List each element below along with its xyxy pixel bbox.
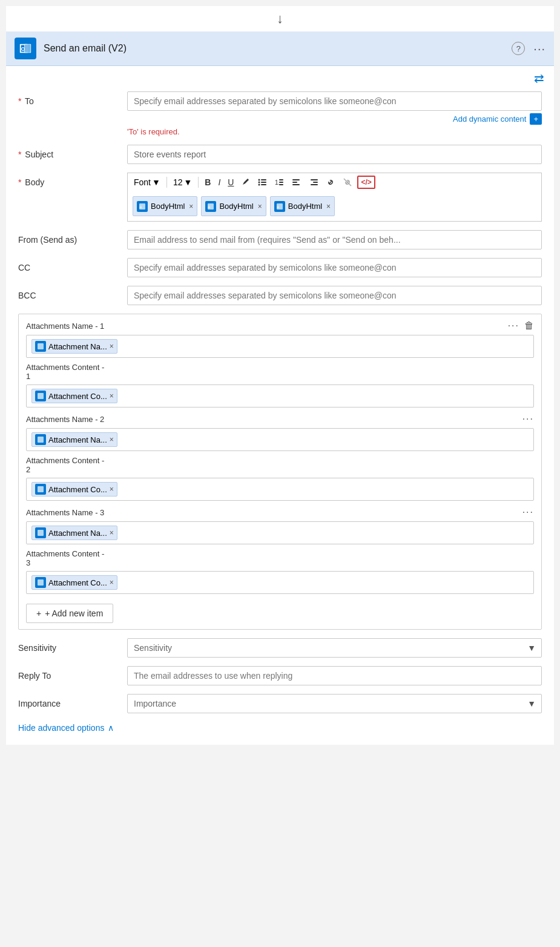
more-menu-icon[interactable]: ··· bbox=[533, 42, 545, 56]
attach-content-chip-remove-1[interactable]: × bbox=[110, 392, 114, 400]
align-right-btn[interactable] bbox=[306, 176, 321, 188]
font-dropdown[interactable]: Font ▼ bbox=[131, 176, 163, 188]
attach-content-chip-1: Attachment Co... × bbox=[31, 389, 117, 403]
attach-actions-1: ··· 🗑 bbox=[508, 320, 534, 331]
bold-btn[interactable]: B bbox=[202, 176, 213, 188]
attach-content-chip-3: Attachment Co... × bbox=[31, 575, 117, 590]
svg-rect-19 bbox=[313, 182, 318, 183]
attach-chip-remove-2[interactable]: × bbox=[110, 435, 114, 444]
sensitivity-control: Sensitivity Normal Personal Private Conf… bbox=[127, 638, 542, 658]
add-icon: + bbox=[36, 609, 41, 618]
help-icon[interactable]: ? bbox=[512, 42, 525, 55]
to-control: Add dynamic content + 'To' is required. bbox=[127, 91, 542, 136]
importance-select[interactable]: Importance Normal Low High bbox=[127, 694, 542, 713]
unordered-list-btn[interactable] bbox=[255, 176, 270, 188]
body-tag-2: ≡ BodyHtml × bbox=[201, 196, 266, 216]
from-input[interactable] bbox=[127, 230, 542, 249]
attach-content-label-3: Attachments Content -3 bbox=[26, 549, 104, 567]
attach-content-input-1: Attachment Co... × bbox=[26, 384, 534, 408]
attach-more-2[interactable]: ··· bbox=[522, 414, 534, 424]
svg-point-5 bbox=[259, 179, 260, 181]
header-actions: ? ··· bbox=[512, 42, 545, 56]
attach-chip-label-3: Attachment Na... bbox=[48, 529, 107, 538]
attach-chip-label-2: Attachment Na... bbox=[48, 435, 107, 444]
body-tag-label-1: BodyHtml bbox=[151, 202, 185, 211]
svg-text:O: O bbox=[21, 47, 25, 52]
subject-input[interactable] bbox=[127, 145, 542, 164]
hide-advanced-link[interactable]: Hide advanced options bbox=[18, 723, 104, 733]
svg-rect-31 bbox=[38, 486, 44, 492]
align-left-btn[interactable] bbox=[289, 176, 304, 188]
svg-point-9 bbox=[259, 184, 260, 186]
font-size-arrow: ▼ bbox=[183, 177, 192, 187]
body-tag-remove-2[interactable]: × bbox=[258, 202, 262, 211]
body-tag-remove-1[interactable]: × bbox=[189, 202, 193, 211]
html-source-btn[interactable]: </> bbox=[357, 176, 375, 189]
attach-content-input-3: Attachment Co... × bbox=[26, 571, 534, 594]
dynamic-content-link-row: Add dynamic content + bbox=[127, 113, 542, 125]
ordered-list-btn[interactable]: 1. bbox=[272, 176, 287, 188]
action-header: O Send an email (V2) ? ··· bbox=[6, 31, 554, 66]
to-input[interactable] bbox=[127, 91, 542, 111]
subject-control bbox=[127, 145, 542, 164]
body-tag-icon-3: ≡ bbox=[274, 201, 285, 212]
cc-input[interactable] bbox=[127, 258, 542, 277]
subject-row: * Subject bbox=[18, 145, 542, 164]
attach-content-label-row-1: Attachments Content -1 bbox=[26, 363, 534, 381]
attach-content-chip-remove-3[interactable]: × bbox=[110, 578, 114, 587]
body-tag-icon-1: ≡ bbox=[137, 201, 148, 212]
attach-more-1[interactable]: ··· bbox=[508, 320, 519, 331]
svg-rect-14 bbox=[279, 184, 283, 185]
body-tag-1: ≡ BodyHtml × bbox=[133, 196, 197, 216]
importance-row: Importance Importance Normal Low High ▼ bbox=[18, 694, 542, 713]
attach-name-label-1: Attachments Name - 1 bbox=[26, 322, 104, 331]
cc-control bbox=[127, 258, 542, 277]
from-label: From (Send as) bbox=[18, 230, 127, 245]
font-size-dropdown[interactable]: 12 ▼ bbox=[171, 176, 194, 188]
body-tags-area: ≡ BodyHtml × ≡ BodyHtml × ≡ bbox=[127, 191, 542, 222]
importance-control: Importance Normal Low High ▼ bbox=[127, 694, 542, 713]
bcc-input[interactable] bbox=[127, 286, 542, 305]
svg-rect-8 bbox=[261, 182, 266, 183]
add-dynamic-content-btn[interactable]: + bbox=[530, 113, 542, 125]
swap-icon[interactable]: ⇄ bbox=[534, 71, 544, 85]
from-row: From (Send as) bbox=[18, 230, 542, 249]
bcc-control bbox=[127, 286, 542, 305]
svg-rect-6 bbox=[261, 179, 266, 180]
main-container: ↓ O Send an email (V2) ? ··· ⇄ * To bbox=[6, 6, 554, 745]
attach-delete-1[interactable]: 🗑 bbox=[524, 320, 534, 331]
add-dynamic-content-link[interactable]: Add dynamic content bbox=[453, 114, 526, 124]
body-row: * Body Font ▼ 12 ▼ B I bbox=[18, 173, 542, 222]
attachments-section: Attachments Name - 1 ··· 🗑 Attachment Na… bbox=[18, 314, 542, 630]
body-toolbar: Font ▼ 12 ▼ B I U bbox=[127, 173, 542, 191]
attachment-group-2: Attachments Name - 2 ··· Attachment Na..… bbox=[26, 414, 534, 501]
reply-to-input[interactable] bbox=[127, 666, 542, 685]
flow-arrow: ↓ bbox=[6, 6, 554, 31]
attach-name-label-row-1: Attachments Name - 1 ··· 🗑 bbox=[26, 320, 534, 331]
reply-to-label: Reply To bbox=[18, 666, 127, 681]
attach-content-chip-2: Attachment Co... × bbox=[31, 482, 117, 497]
bcc-label: BCC bbox=[18, 286, 127, 300]
font-size-value: 12 bbox=[173, 177, 183, 187]
svg-text:≡: ≡ bbox=[139, 205, 142, 210]
highlight-btn[interactable] bbox=[239, 176, 253, 188]
unlink-btn[interactable] bbox=[340, 176, 355, 188]
body-tag-remove-3[interactable]: × bbox=[326, 202, 331, 211]
toolbar-sep-2 bbox=[198, 177, 199, 188]
attach-content-chip-remove-2[interactable]: × bbox=[110, 485, 114, 493]
underline-btn[interactable]: U bbox=[225, 176, 236, 188]
svg-point-7 bbox=[259, 182, 260, 183]
body-label: * Body bbox=[18, 173, 127, 187]
italic-btn[interactable]: I bbox=[216, 176, 223, 188]
outlook-icon: O bbox=[15, 38, 36, 59]
link-btn[interactable] bbox=[323, 176, 338, 188]
attach-chip-remove-3[interactable]: × bbox=[110, 529, 114, 537]
sensitivity-select[interactable]: Sensitivity Normal Personal Private Conf… bbox=[127, 638, 542, 658]
svg-text:≡: ≡ bbox=[208, 205, 211, 210]
attach-chip-remove-1[interactable]: × bbox=[110, 342, 114, 351]
attach-name-label-2: Attachments Name - 2 bbox=[26, 415, 104, 424]
attach-more-3[interactable]: ··· bbox=[522, 507, 534, 518]
importance-label: Importance bbox=[18, 694, 127, 708]
svg-rect-20 bbox=[311, 184, 318, 185]
add-new-item-btn[interactable]: + + Add new item bbox=[26, 604, 113, 623]
